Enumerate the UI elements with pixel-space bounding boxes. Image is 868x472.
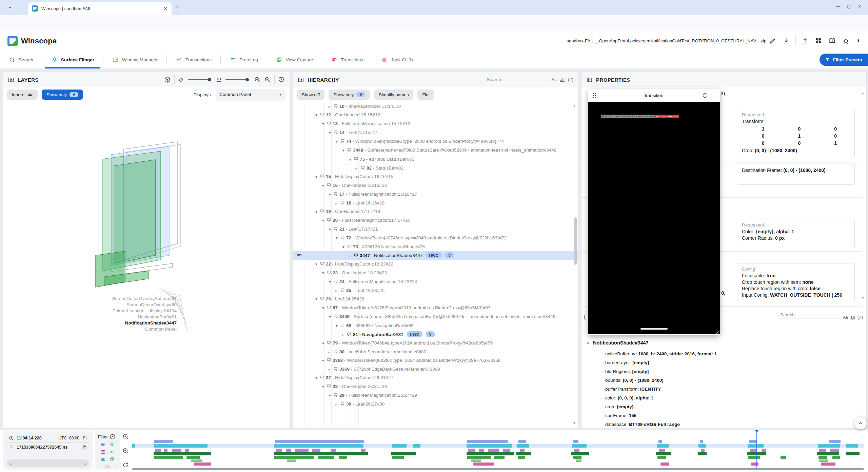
tree-node-24[interactable]: ▼24 - FullscreenMagnification:18:23#24 <box>293 277 578 286</box>
trace-segment-transactions[interactable] <box>360 452 368 455</box>
trace-segment-surface-flinger[interactable] <box>413 444 421 448</box>
zoom-in-icon[interactable] <box>254 76 261 83</box>
trace-segment-window-manager[interactable] <box>574 449 579 452</box>
dark-mode-toggle-icon[interactable]: ◑ <box>856 37 860 44</box>
trace-segment-window-manager[interactable] <box>295 449 309 452</box>
copy-icon[interactable] <box>82 445 87 450</box>
scroll-down-icon[interactable]: ▼ <box>573 421 576 425</box>
transition-window-header[interactable]: transition _ <box>588 89 720 102</box>
expand-arrow-icon[interactable]: ▼ <box>321 181 327 190</box>
trace-segment-protolog[interactable] <box>274 456 314 459</box>
expand-arrow-icon[interactable]: ▼ <box>586 341 592 345</box>
tree-node-81[interactable]: 81 - NavigationBar0#81HWCV <box>293 330 578 339</box>
expand-arrow-icon[interactable]: ▼ <box>328 278 334 286</box>
expand-arrow-icon[interactable]: ▼ <box>328 129 334 137</box>
trace-segment-screen-recording[interactable] <box>573 440 578 443</box>
trace-segment-window-manager[interactable] <box>276 449 282 452</box>
regex-icon[interactable]: (.*) <box>568 77 573 82</box>
expand-arrow-icon[interactable]: ▼ <box>349 155 354 164</box>
expand-arrow-icon[interactable]: ▼ <box>328 190 334 199</box>
current-property-row[interactable]: activeBuffer: w: 1080, h: 2400, stride: … <box>605 350 863 358</box>
tree-node-20[interactable]: ▼20 - FullscreenMagnification:17:17#20 <box>293 216 578 225</box>
tab-transactions[interactable]: Transactions <box>167 51 220 68</box>
layer-label[interactable]: PointerLocation - display 0#134 <box>113 308 177 313</box>
tree-node-15[interactable]: ▼15 - HideDisplayCutout:16:16#15 <box>293 172 578 181</box>
documentation-book-icon[interactable] <box>829 37 836 44</box>
keyboard-shortcuts-icon[interactable]: ⌘ <box>815 37 822 45</box>
hierarchy-search-input[interactable] <box>486 76 548 83</box>
expand-arrow-icon[interactable]: ▼ <box>328 225 334 234</box>
trace-segment-screen-recording[interactable] <box>360 440 364 443</box>
trace-segment-surface-flinger[interactable] <box>846 444 858 448</box>
trace-segment-window-manager[interactable] <box>520 449 525 452</box>
tree-node-72[interactable]: ▼72 - WindowToken{a2746de type=2040 andr… <box>293 234 578 242</box>
trace-segment-window-manager[interactable] <box>155 449 161 452</box>
trace-segment-protolog[interactable] <box>573 456 581 459</box>
whole-word-icon[interactable]: ab <box>560 77 565 82</box>
trace-segment-transactions[interactable] <box>571 452 589 455</box>
filter-layers-icon[interactable] <box>109 442 115 447</box>
timeline-cursor-pin[interactable] <box>755 430 758 433</box>
tab-window-manager[interactable]: Window Manager <box>103 51 166 68</box>
trace-segment-protolog[interactable] <box>832 456 840 459</box>
filter-lines-icon[interactable] <box>100 457 106 462</box>
tree-node-10[interactable]: 10 - ImePlaceholder:13:14#10 <box>293 102 578 111</box>
edit-file-name-icon[interactable] <box>769 37 776 44</box>
trace-segment-transactions[interactable] <box>467 452 514 455</box>
tree-node-3368[interactable]: ▼3368 - WindowToken{f6b2f60 type=2024 an… <box>293 356 578 365</box>
collapse-timeline-button[interactable] <box>854 417 867 429</box>
trace-segment-surface-flinger[interactable] <box>572 444 587 448</box>
range-left-icon[interactable]: ‹ <box>9 461 11 466</box>
window-close-icon[interactable]: ✕ <box>858 4 861 9</box>
expand-arrow-icon[interactable]: ▼ <box>315 173 320 181</box>
expand-arrow-icon[interactable]: ▼ <box>335 322 340 330</box>
expand-arrow-icon[interactable]: ▼ <box>335 137 340 146</box>
eye-icon[interactable] <box>296 252 302 258</box>
trace-segment-surface-flinger[interactable] <box>392 444 407 448</box>
current-node-row[interactable]: ▼ NotificationShade#3447 <box>586 340 649 346</box>
trace-segment-screen-recording[interactable] <box>749 440 756 443</box>
layer-label[interactable]: NotificationShade#3447 <box>125 320 177 326</box>
tree-node-26[interactable]: ▼26 - Leaf:24:25#26 <box>293 295 578 303</box>
trace-segment-window-manager[interactable] <box>185 449 189 452</box>
timeline-tracks[interactable] <box>132 430 864 472</box>
tab-close-icon[interactable]: ✕ <box>163 6 167 11</box>
trace-segment-screen-recording[interactable] <box>518 440 526 443</box>
simplify-names-toggle[interactable]: Simplify names <box>374 90 413 100</box>
tree-node-75[interactable]: ▼75 - ed70f88 StatusBar#75 <box>293 155 578 164</box>
trace-segment-protolog[interactable] <box>339 456 348 459</box>
expand-arrow-icon[interactable]: ▼ <box>321 216 327 225</box>
tree-node-3449[interactable]: ▼3449 - Surface(name=885b63e NavigationB… <box>293 312 578 321</box>
report-bug-icon[interactable] <box>842 37 849 44</box>
timeline-reset-zoom-icon[interactable] <box>122 461 129 468</box>
3d-view-cube-icon[interactable] <box>164 76 171 83</box>
transition-screenshot-window[interactable]: transition _ P: 0/1dX: 0.0dY: 0.0Xv: 0.0… <box>588 89 720 335</box>
trace-segment-screen-recording[interactable] <box>467 440 508 443</box>
tree-node-28[interactable]: ▼28 - OneHanded:26:31#28 <box>293 382 578 391</box>
expand-arrow-icon[interactable]: ▼ <box>335 234 340 242</box>
trace-segment-protolog[interactable] <box>657 456 666 459</box>
show-only-v-toggle[interactable]: Show only V <box>42 90 83 100</box>
trace-segment-transactions[interactable] <box>846 452 860 455</box>
trace-segment-window-manager[interactable] <box>361 449 366 452</box>
tree-node-3369[interactable]: 3369 - 67726bf EdgeBackGestureHandler0#3… <box>293 365 578 373</box>
range-right-icon[interactable]: › <box>85 461 86 466</box>
trace-segment-screen-recording[interactable] <box>658 440 662 443</box>
collapse-panel-icon[interactable] <box>298 77 304 83</box>
current-property-row[interactable]: crop: {empty} <box>605 402 863 411</box>
trace-segment-window-manager[interactable] <box>819 449 826 452</box>
filter-presets-button[interactable]: Filter Presets <box>820 54 868 66</box>
tree-node-23[interactable]: ▼23 - OneHanded:18:23#23 <box>293 269 578 277</box>
expand-arrow-icon[interactable]: ▼ <box>315 295 320 303</box>
trace-segment-protolog[interactable] <box>392 456 404 459</box>
regex-icon[interactable]: (.*) <box>857 315 864 320</box>
trace-segment-protolog[interactable] <box>467 456 491 459</box>
trace-segment-view-capture[interactable] <box>576 459 581 462</box>
timeline-range-scrollbar[interactable]: ‹ › <box>7 459 89 467</box>
window-minimize-icon[interactable]: — <box>836 4 840 9</box>
upload-traces-icon[interactable] <box>802 37 809 44</box>
trace-segment-transitions[interactable] <box>194 463 211 466</box>
match-case-icon[interactable]: Aa <box>842 315 849 320</box>
tab-protolog[interactable]: ProtoLog <box>221 51 267 68</box>
tree-node-30[interactable]: 30 - Leaf:26:27#30 <box>293 400 578 408</box>
